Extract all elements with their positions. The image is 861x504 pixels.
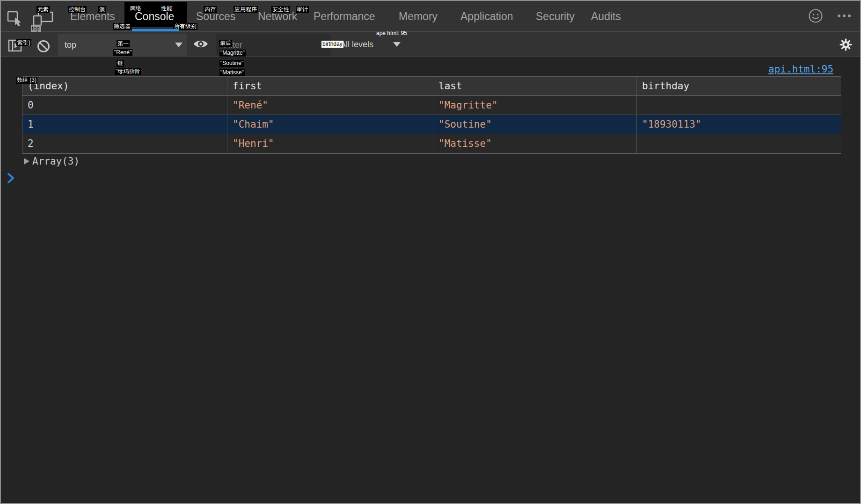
tab-security[interactable]: Security <box>536 1 575 32</box>
table-header-index[interactable]: (index) <box>22 77 227 96</box>
translation-overlay: 第一 <box>117 40 130 47</box>
tab-memory[interactable]: Memory <box>399 1 438 32</box>
live-expression-eye-icon[interactable] <box>193 37 208 50</box>
table-cell[interactable]: 0 <box>22 96 227 115</box>
translation-overlay: top <box>31 25 41 32</box>
array-summary-expander[interactable]: Array(3) <box>32 156 80 167</box>
context-selector-value: top <box>65 34 76 56</box>
inspect-element-icon[interactable] <box>7 10 22 26</box>
devtools-window: Elements Console Sources Network Perform… <box>0 0 861 504</box>
table-cell-selected-row[interactable]: "Soutine" <box>433 115 637 134</box>
translation-overlay: 安全性 <box>271 6 290 13</box>
translation-overlay: 索引) <box>16 39 31 46</box>
active-tab-indicator <box>132 29 179 31</box>
more-options-icon[interactable] <box>837 14 852 18</box>
translation-overlay: 控制台 <box>68 6 87 13</box>
tab-application[interactable]: Application <box>460 1 513 32</box>
feedback-smiley-icon[interactable] <box>808 8 823 23</box>
chevron-down-icon <box>175 43 182 47</box>
table-cell[interactable]: "Henri" <box>227 134 433 153</box>
translation-overlay: 最后 <box>219 40 232 47</box>
translation-overlay: "René" <box>113 49 132 56</box>
console-table: (index) first last birthday 0 "René" "Ma… <box>22 76 841 154</box>
tab-network[interactable]: Network <box>258 1 297 32</box>
table-header-birthday[interactable]: birthday <box>637 77 841 96</box>
table-cell[interactable]: 2 <box>22 134 227 153</box>
translation-overlay: ape html: 95 <box>375 30 408 37</box>
translation-overlay: "Magritte" <box>219 50 246 57</box>
tab-console[interactable]: Console <box>135 1 174 32</box>
tab-audits[interactable]: Audits <box>591 1 621 32</box>
translation-overlay: 审计 <box>296 6 309 13</box>
clear-console-icon[interactable] <box>36 39 51 53</box>
log-levels-label: All levels <box>340 40 373 49</box>
translation-overlay: 链 <box>117 60 124 67</box>
table-header-first[interactable]: first <box>227 77 433 96</box>
tab-performance[interactable]: Performance <box>314 1 375 32</box>
translation-overlay: 应用程序 <box>233 6 258 13</box>
tab-elements[interactable]: Elements <box>70 1 115 32</box>
table-cell-selected-row[interactable]: "Chaim" <box>227 115 433 134</box>
settings-gear-icon[interactable] <box>839 38 852 51</box>
chevron-down-icon <box>393 42 401 47</box>
translation-overlay: 源 <box>98 6 106 13</box>
log-levels-dropdown[interactable]: All levels <box>340 32 373 57</box>
prompt-divider <box>1 170 860 170</box>
table-cell-selected-row[interactable]: 1 <box>22 115 227 134</box>
device-toolbar-icon[interactable] <box>33 11 55 26</box>
translation-overlay: "Matisse" <box>219 69 245 76</box>
tab-sources[interactable]: Sources <box>196 1 235 32</box>
table-cell-selected-row[interactable]: "18930113" <box>637 115 841 134</box>
table-cell[interactable] <box>637 96 841 115</box>
table-cell[interactable]: "Magritte" <box>433 96 637 115</box>
translation-overlay: "Soutine" <box>219 60 244 67</box>
table-cell[interactable]: "René" <box>227 96 433 115</box>
console-messages-area: api.html:95 (index) first last birthday … <box>1 58 860 503</box>
expand-triangle-icon[interactable] <box>24 158 29 165</box>
table-header-last[interactable]: last <box>433 77 637 96</box>
translation-overlay: 内存 <box>204 6 217 13</box>
source-location-link[interactable]: api.html:95 <box>768 64 833 75</box>
table-cell[interactable]: "Matisse" <box>433 134 637 153</box>
translation-overlay: 数组 (3) <box>16 77 37 84</box>
console-prompt-chevron-icon[interactable] <box>7 173 15 184</box>
translation-overlay: 筛选器 <box>113 23 131 30</box>
translation-overlay: birthday <box>321 41 343 48</box>
translation-overlay: 元素 <box>36 6 50 13</box>
translation-overlay: "母鸡肋骨 <box>115 68 141 75</box>
table-cell[interactable] <box>637 134 841 153</box>
